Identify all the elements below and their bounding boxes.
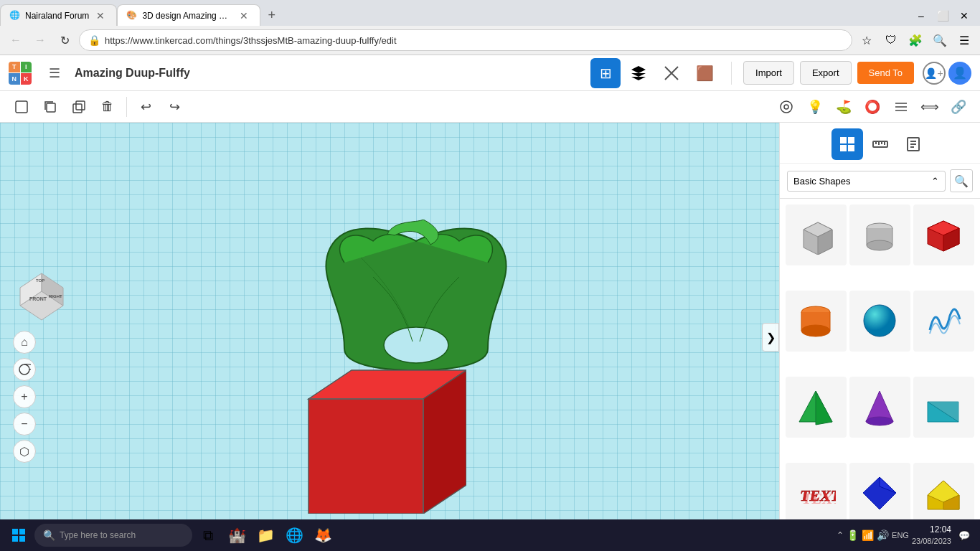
svg-rect-24 [840,145,847,151]
zoom-button[interactable]: 🔍 [930,30,950,50]
shape-cylinder-hole[interactable] [849,204,910,265]
taskbar-tray: ⌃ 🔋 📶 🔊 ENG [837,529,909,541]
shape-box-hole[interactable] [786,204,847,265]
camera-tool[interactable] [773,94,799,120]
tab-favicon-tinkercad: 🎨 [126,10,138,22]
add-user-button[interactable]: 👤+ [923,62,946,85]
castle-app-icon[interactable]: 🏰 [224,522,250,548]
align-tool[interactable] [888,94,914,120]
import-button[interactable]: Import [743,61,794,85]
orbit-button[interactable] [13,358,36,381]
logo-box: T I N K [9,62,32,85]
redo-button[interactable]: ↪ [161,94,187,120]
reload-button[interactable]: ↻ [55,30,75,50]
panel-tab-notes[interactable] [897,128,929,160]
taskbar-time[interactable]: 12:04 23/08/2023 [912,524,951,546]
shield-button[interactable]: 🛡 [881,30,901,50]
svg-rect-1 [47,103,55,112]
svg-rect-66 [19,529,25,534]
cube-view-button[interactable]: ⬡ [13,440,36,463]
tab-tinkercad[interactable]: 🎨 3D design Amazing Duup-Fulffy ✕ [117,4,260,26]
path-button[interactable] [656,58,687,88]
send-to-button[interactable]: Send To [857,62,914,84]
view-cube[interactable]: FRONT RIGHT TOP [13,266,70,324]
chevron-up-icon[interactable]: ⌃ [837,530,844,540]
toolbar: 🗑 ↩ ↪ 💡 ⛳ ⭕ ⟺ 🔗 [0,91,980,123]
app: T I N K ☰ Amazing Duup-Fulffy ⊞ 🟫 Import… [0,55,980,551]
tab-close-tinkercad[interactable]: ✕ [237,9,251,23]
shape-diamond[interactable] [849,463,910,524]
blocks-button[interactable]: 🟫 [689,58,720,88]
maximize-button[interactable]: ⬜ [933,6,953,26]
extensions-button[interactable]: 🧩 [905,30,925,50]
url-bar[interactable]: 🔒 https://www.tinkercad.com/things/3thss… [79,29,852,51]
group-tool[interactable]: 🔗 [946,94,971,120]
mirror-tool[interactable]: ⟺ [917,94,943,120]
minimize-button[interactable]: – [911,6,931,26]
red-cube[interactable] [294,356,466,516]
home-view-button[interactable]: ⌂ [13,331,36,354]
tinkercad-logo: T I N K [9,62,32,85]
app-header: T I N K ☰ Amazing Duup-Fulffy ⊞ 🟫 Import… [0,55,980,91]
url-text: https://www.tinkercad.com/things/3thssje… [105,35,843,46]
shape-text3d[interactable]: TEXT TEXT [786,463,847,524]
shape-cone[interactable] [849,377,910,438]
logo-cell-k: K [21,73,32,85]
search-shapes-button[interactable]: 🔍 [950,169,973,192]
shape-sphere[interactable] [849,291,910,352]
export-button[interactable]: Export [800,61,852,85]
circle-tool[interactable]: ⭕ [859,94,885,120]
shape-cylinder[interactable] [786,291,847,352]
layers-button[interactable] [623,58,654,88]
close-button[interactable]: ✕ [954,6,974,26]
zoom-out-button[interactable]: − [13,413,36,435]
delete-button[interactable]: 🗑 [95,94,121,120]
zoom-in-button[interactable]: + [13,385,36,408]
edge-icon[interactable]: 🌐 [281,522,307,548]
clock: 12:04 [912,524,951,536]
start-button[interactable] [6,522,32,548]
panel-collapse-arrow[interactable]: ❯ [762,323,779,352]
collapse-icon: ❯ [766,331,776,344]
svg-rect-65 [12,529,18,534]
search-bar-text: Type here to search [60,530,136,540]
svg-rect-23 [848,137,854,143]
back-button[interactable]: ← [6,30,26,50]
grid-view-button[interactable]: ⊞ [590,58,621,88]
svg-text:TEXT: TEXT [802,489,836,507]
shape-pyramid[interactable] [786,377,847,438]
undo-button[interactable]: ↩ [133,94,159,120]
light-tool[interactable]: 💡 [802,94,828,120]
svg-text:RIGHT: RIGHT [49,294,62,298]
panel-tab-grid[interactable] [831,128,863,160]
canvas-area[interactable]: FRONT RIGHT TOP ⌂ + − ⬡ [0,123,779,551]
taskbar-search[interactable]: 🔍 Type here to search [34,524,192,547]
battery-icon: 🔋 [847,529,859,541]
duplicate-button[interactable] [66,94,92,120]
new-shape-button[interactable] [9,94,34,120]
tab-close-nairaland[interactable]: ✕ [93,9,108,23]
svg-text:TOP: TOP [36,278,44,283]
panel-tab-ruler[interactable] [864,128,896,160]
tab-nairaland[interactable]: 🌐 Nairaland Forum ✕ [0,4,117,26]
task-view-button[interactable]: ⧉ [195,522,221,548]
shape-roof[interactable] [913,463,974,524]
flag-tool[interactable]: ⛳ [831,94,857,120]
shape-wedge[interactable] [913,377,974,438]
menu-button[interactable]: ☰ [954,30,974,50]
firefox-icon[interactable]: 🦊 [310,522,336,548]
new-tab-button[interactable]: + [260,8,283,23]
shapes-dropdown[interactable]: Basic Shapes ⌃ [787,171,946,192]
shape-box[interactable] [913,204,974,265]
hamburger-menu[interactable]: ☰ [43,62,66,85]
user-avatar[interactable]: 👤 [948,62,971,85]
browser-chrome: 🌐 Nairaland Forum ✕ 🎨 3D design Amazing … [0,0,980,55]
copy-button[interactable] [37,94,63,120]
folder-icon[interactable]: 📁 [253,522,278,548]
forward-button[interactable]: → [30,30,50,50]
tab-title-nairaland: Nairaland Forum [25,11,89,21]
notification-button[interactable]: 💬 [954,525,974,545]
bookmark-button[interactable]: ☆ [857,30,877,50]
shapes-header: Basic Shapes ⌃ 🔍 [780,164,980,199]
shape-scribble[interactable] [913,291,974,352]
